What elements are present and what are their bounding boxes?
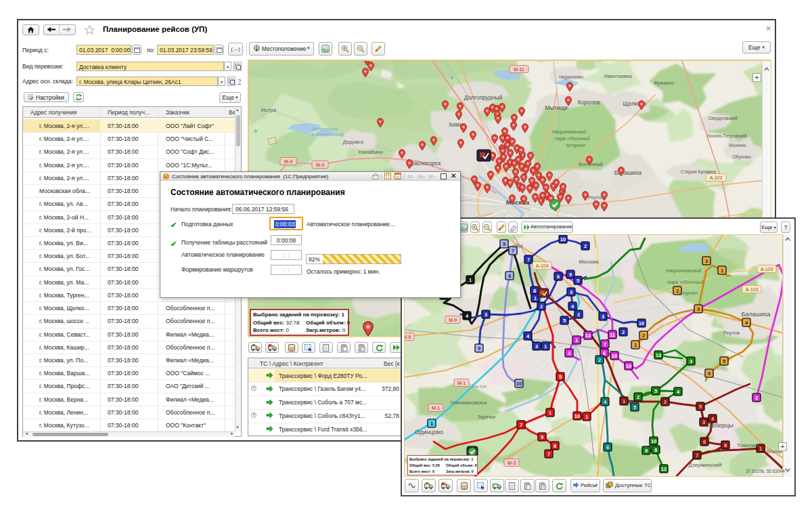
svg-text:6: 6 [703, 439, 706, 445]
svg-text:А-104: А-104 [536, 263, 549, 268]
svg-text:✈: ✈ [253, 128, 258, 135]
svg-text:10: 10 [516, 381, 522, 387]
svg-text:31: 31 [396, 175, 400, 179]
svg-text:540-538: 540-538 [472, 385, 487, 389]
svg-text:13: 13 [656, 352, 661, 358]
svg-text:3: 3 [602, 314, 604, 320]
svg-text:10: 10 [626, 363, 631, 369]
svg-text:М-3: М-3 [508, 461, 516, 465]
svg-text:Заречье: Заречье [478, 415, 496, 420]
svg-text:А-103: А-103 [710, 175, 723, 180]
svg-text:Дедовск: Дедовск [343, 139, 364, 145]
svg-text:М-9: М-9 [405, 335, 411, 339]
svg-text:10: 10 [612, 353, 617, 359]
svg-text:Реутов: Реутов [723, 330, 740, 336]
svg-text:6: 6 [557, 274, 560, 280]
svg-text:Национальный: Национальный [666, 268, 702, 274]
svg-text:8: 8 [654, 447, 657, 453]
svg-text:Ивантеевка: Ивантеевка [604, 73, 633, 79]
svg-text:✈: ✈ [449, 75, 455, 81]
svg-text:7: 7 [527, 257, 530, 263]
svg-text:парк «Лосиный: парк «Лосиный [555, 135, 589, 142]
svg-text:2: 2 [584, 243, 587, 249]
svg-text:Томилино: Томилино [737, 442, 760, 448]
svg-text:3: 3 [705, 258, 708, 264]
svg-text:водохранилище: водохранилище [311, 132, 344, 137]
svg-text:М-11: М-11 [514, 67, 524, 72]
svg-text:10: 10 [560, 236, 566, 242]
svg-text:А-103: А-103 [746, 287, 759, 292]
svg-text:Долгопрудный: Долгопрудный [464, 94, 503, 101]
svg-text:Истринское: Истринское [312, 127, 338, 132]
svg-text:2: 2 [540, 303, 543, 310]
svg-text:Люберцы: Люберцы [706, 422, 733, 429]
svg-text:2: 2 [642, 333, 645, 339]
svg-text:остров»: остров» [677, 290, 698, 296]
svg-text:Красногорск: Красногорск [408, 160, 441, 167]
svg-text:Старая Купавна: Старая Купавна [681, 169, 716, 175]
svg-text:парк «Лосиный: парк «Лосиный [667, 279, 704, 285]
svg-text:Черкизово: Черкизово [559, 74, 583, 80]
svg-text:М-9: М-9 [284, 159, 292, 164]
svg-text:Нахабино: Нахабино [359, 149, 384, 155]
svg-text:Обухово: Обухово [732, 154, 751, 160]
svg-text:6: 6 [606, 444, 609, 450]
svg-text:3: 3 [484, 312, 487, 318]
svg-text:3: 3 [697, 306, 700, 312]
svg-text:9: 9 [645, 448, 648, 454]
svg-text:3: 3 [535, 343, 538, 349]
svg-text:7: 7 [696, 452, 698, 459]
svg-text:7: 7 [547, 451, 550, 457]
svg-text:3: 3 [702, 419, 705, 425]
svg-text:9: 9 [569, 272, 572, 278]
svg-text:10: 10 [651, 438, 656, 444]
svg-text:Свердловский: Свердловский [708, 116, 738, 121]
svg-text:3: 3 [690, 358, 692, 364]
svg-text:8: 8 [508, 273, 511, 279]
svg-text:7: 7 [520, 422, 522, 428]
svg-text:Новоивановское: Новоивановское [451, 400, 487, 405]
svg-text:2: 2 [598, 357, 601, 363]
svg-text:3: 3 [570, 289, 572, 295]
svg-text:7: 7 [604, 341, 606, 347]
svg-text:МКИ: МКИ [513, 244, 523, 249]
svg-text:13: 13 [585, 333, 591, 339]
svg-text:А-103: А-103 [761, 267, 773, 272]
svg-text:10: 10 [574, 413, 580, 419]
svg-text:Королев: Королев [577, 99, 600, 106]
svg-text:9: 9 [541, 434, 543, 440]
svg-text:8: 8 [724, 442, 727, 448]
svg-text:М-9: М-9 [449, 318, 457, 322]
svg-text:Истра: Истра [261, 107, 277, 113]
svg-text:1С: 1С [164, 175, 169, 179]
svg-text:Монино: Монино [729, 143, 746, 148]
svg-text:2: 2 [622, 329, 625, 335]
svg-text:2: 2 [577, 312, 580, 318]
svg-text:8: 8 [554, 443, 556, 449]
svg-text:М-1: М-1 [432, 406, 440, 410]
svg-text:10: 10 [639, 320, 644, 326]
svg-text:Одинцово: Одинцово [415, 429, 443, 435]
svg-text:Фрязино: Фрязино [654, 80, 674, 86]
svg-text:М-9: М-9 [316, 163, 324, 167]
svg-text:Москва: Москва [579, 259, 599, 265]
svg-text:2: 2 [664, 399, 667, 405]
svg-text:11: 11 [610, 332, 616, 338]
svg-text:Лосино-Петровский: Лосино-Петровский [706, 133, 747, 139]
svg-text:Мытищи: Мытищи [545, 104, 568, 111]
svg-text:Балашиха: Балашиха [742, 311, 771, 318]
svg-text:8: 8 [533, 288, 536, 294]
svg-text:2: 2 [755, 395, 758, 401]
svg-text:М-1: М-1 [457, 381, 466, 385]
svg-text:9: 9 [478, 345, 480, 352]
svg-text:Дзержинский: Дзержинский [689, 462, 722, 468]
svg-text:7: 7 [512, 248, 514, 254]
svg-text:2: 2 [637, 394, 639, 400]
svg-text:6: 6 [708, 370, 710, 377]
svg-text:3: 3 [568, 350, 570, 356]
svg-text:остров»: остров» [566, 142, 585, 148]
svg-text:Национальный: Национальный [552, 129, 586, 135]
svg-text:12: 12 [661, 466, 667, 472]
